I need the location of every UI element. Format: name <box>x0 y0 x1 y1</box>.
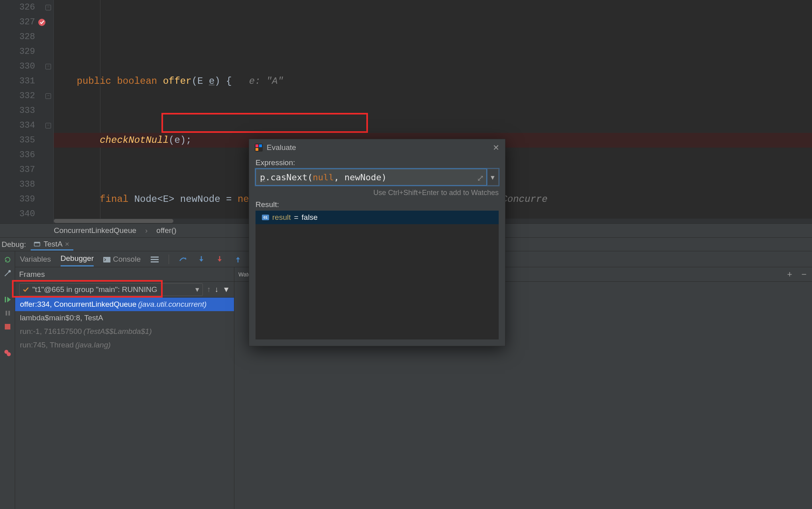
remove-watch-icon[interactable]: − <box>800 269 808 280</box>
svg-rect-12 <box>151 259 159 260</box>
intellij-icon <box>255 144 263 152</box>
prev-frame-icon[interactable]: ↑ <box>207 285 211 294</box>
next-frame-icon[interactable]: ↓ <box>215 285 219 294</box>
frames-panel: Frames "t1"@665 in group "main": RUNNING… <box>15 267 234 509</box>
svg-point-3 <box>8 270 11 272</box>
svg-rect-10 <box>103 257 110 262</box>
breakpoint-icon[interactable] <box>37 18 46 27</box>
value-type-icon: 01 <box>262 215 269 220</box>
svg-rect-17 <box>256 144 258 147</box>
debug-run-tab[interactable]: TestA × <box>31 238 73 251</box>
close-icon[interactable]: × <box>65 240 69 249</box>
result-label: Result: <box>249 200 505 211</box>
code-line[interactable]: public boolean offer(E e) { e: "A" <box>54 74 812 89</box>
result-row[interactable]: 01 result = false <box>256 211 499 224</box>
line-number: 329 <box>0 44 53 59</box>
line-number: 326− <box>0 0 53 15</box>
settings-icon[interactable] <box>3 269 12 278</box>
svg-rect-7 <box>5 324 10 329</box>
pause-icon[interactable] <box>3 309 12 318</box>
stack-frame[interactable]: run:745, Thread (java.lang) <box>15 338 234 352</box>
line-number: 337 <box>0 162 53 177</box>
line-number: 339 <box>0 192 53 207</box>
svg-rect-18 <box>259 144 262 147</box>
line-number: 330− <box>0 59 53 74</box>
gutter: 326− 327 328 329 330− 331 332− 333 334− … <box>0 0 54 223</box>
thread-selector-row: "t1"@665 in group "main": RUNNING ▾ ↑ ↓ … <box>15 282 234 298</box>
stop-icon[interactable] <box>3 322 12 331</box>
step-out-icon[interactable] <box>234 255 242 264</box>
hint-text: Use Ctrl+Shift+Enter to add to Watches <box>249 187 505 200</box>
debug-sidebar <box>0 251 15 509</box>
frame-list[interactable]: offer:334, ConcurrentLinkedQueue (java.u… <box>15 298 234 509</box>
line-number: 333 <box>0 103 53 118</box>
stack-frame[interactable]: lambda$main$0:8, TestA <box>15 311 234 325</box>
stack-frame[interactable]: run:-1, 716157500 (TestA$$Lambda$1) <box>15 325 234 338</box>
line-number: 327 <box>0 15 53 30</box>
layout-icon[interactable] <box>150 255 159 264</box>
view-breakpoints-icon[interactable] <box>3 349 12 357</box>
crumb[interactable]: offer() <box>156 226 176 235</box>
svg-point-9 <box>7 352 11 356</box>
crumb-sep: › <box>145 226 147 235</box>
scrollbar-thumb[interactable] <box>54 219 173 223</box>
evaluate-dialog[interactable]: Evaluate ✕ Expression: p.casNext(null, n… <box>249 139 505 346</box>
svg-rect-6 <box>8 311 10 316</box>
fold-icon[interactable]: − <box>45 93 51 99</box>
svg-rect-5 <box>6 311 7 316</box>
line-number: 328 <box>0 30 53 44</box>
force-step-into-icon[interactable] <box>215 255 224 264</box>
line-number: 340 <box>0 207 53 221</box>
resume-icon[interactable] <box>3 295 12 304</box>
line-number: 334− <box>0 118 53 133</box>
expression-label: Expression: <box>249 156 505 169</box>
check-icon <box>23 287 29 292</box>
line-number: 335 <box>0 133 53 148</box>
tab-console[interactable]: Console <box>103 253 141 266</box>
tab-debugger[interactable]: Debugger <box>61 252 94 266</box>
add-watch-icon[interactable]: + <box>786 269 794 280</box>
history-dropdown[interactable]: ▾ <box>487 169 499 185</box>
thread-dropdown[interactable]: "t1"@665 in group "main": RUNNING ▾ <box>19 283 203 296</box>
line-number: 336 <box>0 148 53 162</box>
frames-header: Frames <box>15 267 234 282</box>
fold-icon[interactable]: − <box>45 123 51 128</box>
run-config-icon <box>34 241 41 247</box>
fold-icon[interactable]: − <box>45 64 51 69</box>
svg-rect-2 <box>34 242 40 243</box>
expression-input[interactable]: p.casNext(null, newNode)⤢ <box>256 169 487 185</box>
step-over-icon[interactable] <box>179 255 187 264</box>
stack-frame[interactable]: offer:334, ConcurrentLinkedQueue (java.u… <box>15 298 234 311</box>
debug-label: Debug: <box>2 240 26 249</box>
chevron-down-icon: ▾ <box>195 285 199 294</box>
line-number: 331 <box>0 74 53 89</box>
close-icon[interactable]: ✕ <box>493 143 499 152</box>
svg-rect-11 <box>151 256 159 258</box>
svg-point-0 <box>38 19 45 26</box>
svg-rect-4 <box>5 297 6 302</box>
fold-icon[interactable]: − <box>45 5 51 10</box>
expand-icon[interactable]: ⤢ <box>477 173 484 183</box>
line-number: 332− <box>0 89 53 103</box>
result-tree[interactable]: 01 result = false <box>256 211 499 339</box>
svg-rect-19 <box>256 148 258 151</box>
line-number: 338 <box>0 177 53 192</box>
tab-variables[interactable]: Variables <box>20 253 51 266</box>
step-into-icon[interactable] <box>197 255 206 264</box>
rerun-icon[interactable] <box>3 255 12 264</box>
filter-icon[interactable]: ▼ <box>222 285 230 294</box>
svg-rect-13 <box>151 261 159 262</box>
crumb[interactable]: ConcurrentLinkedQueue <box>54 226 136 235</box>
dialog-title: Evaluate <box>267 143 296 152</box>
